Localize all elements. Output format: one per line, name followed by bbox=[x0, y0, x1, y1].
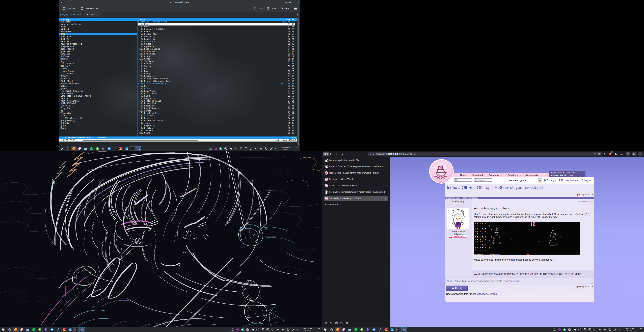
svg-text:c: c bbox=[236, 148, 237, 150]
svg-text:RD: RD bbox=[120, 148, 122, 150]
svg-text:RD: RD bbox=[385, 329, 387, 330]
svg-text:RD: RD bbox=[63, 329, 65, 330]
svg-text:uB: uB bbox=[610, 153, 611, 154]
svg-text:c: c bbox=[580, 330, 580, 331]
svg-text:c: c bbox=[258, 330, 258, 331]
